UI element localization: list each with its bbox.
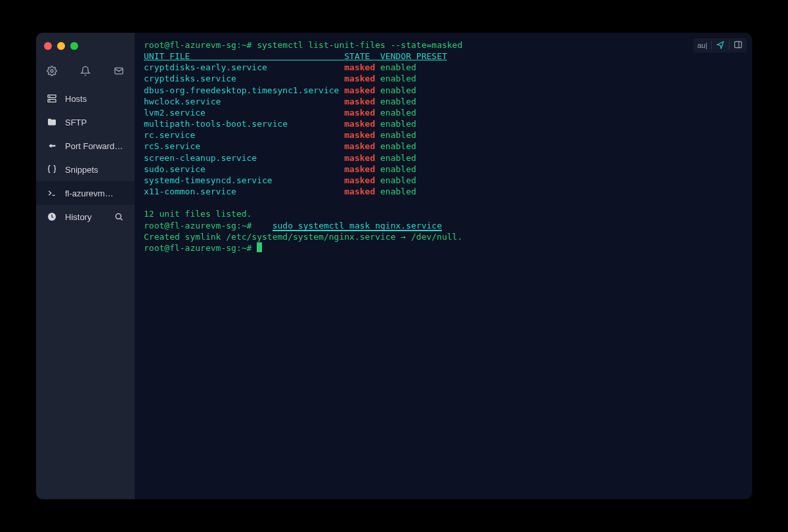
sidebar-quick-icons <box>36 62 135 87</box>
gear-icon[interactable] <box>47 66 57 76</box>
sidebar-item-label: Port Forwarding <box>65 141 124 151</box>
braces-icon <box>47 164 57 175</box>
terminal-pane[interactable]: root@fl-azurevm-sg:~# systemctl list-uni… <box>135 33 752 499</box>
svg-point-7 <box>116 213 121 219</box>
terminal-icon <box>47 188 57 198</box>
sidebar-item-label: Snippets <box>65 165 124 175</box>
toolbar-divider <box>729 41 730 50</box>
mail-icon[interactable] <box>114 66 124 76</box>
toolbar-divider <box>711 41 712 50</box>
bell-icon[interactable] <box>80 66 91 76</box>
arrow-bidir-icon <box>47 141 57 151</box>
folder-icon <box>47 117 57 127</box>
svg-point-5 <box>49 100 50 101</box>
share-icon[interactable] <box>716 40 725 51</box>
close-dot[interactable] <box>44 42 52 50</box>
sidebar-item-history[interactable]: History <box>36 205 135 229</box>
split-icon[interactable] <box>733 40 743 51</box>
sidebar-item-hosts[interactable]: Hosts <box>36 87 135 110</box>
search-icon[interactable] <box>114 211 124 222</box>
sidebar-item-label: fl-azurevm… <box>65 188 124 198</box>
minimize-dot[interactable] <box>57 42 65 50</box>
top-toolbar: au| <box>693 38 747 53</box>
svg-point-0 <box>51 70 53 72</box>
toolbar-auto-label: au| <box>697 41 707 49</box>
server-icon <box>47 93 57 104</box>
sidebar-item-session[interactable]: fl-azurevm… <box>36 181 135 205</box>
svg-point-4 <box>49 96 50 97</box>
sidebar-item-sftp[interactable]: SFTP <box>36 110 135 134</box>
sidebar-item-label: SFTP <box>65 118 124 127</box>
sidebar-item-label: History <box>65 212 106 222</box>
app-window: Hosts SFTP Port Forwarding Snippets fl-a… <box>36 33 752 499</box>
sidebar-item-label: Hosts <box>65 94 124 104</box>
zoom-dot[interactable] <box>70 42 78 50</box>
sidebar: Hosts SFTP Port Forwarding Snippets fl-a… <box>36 33 135 499</box>
sidebar-item-snippets[interactable]: Snippets <box>36 158 135 181</box>
clock-icon <box>47 211 57 222</box>
window-controls <box>36 38 135 62</box>
sidebar-item-port-forwarding[interactable]: Port Forwarding <box>36 134 135 158</box>
svg-rect-8 <box>735 41 742 47</box>
